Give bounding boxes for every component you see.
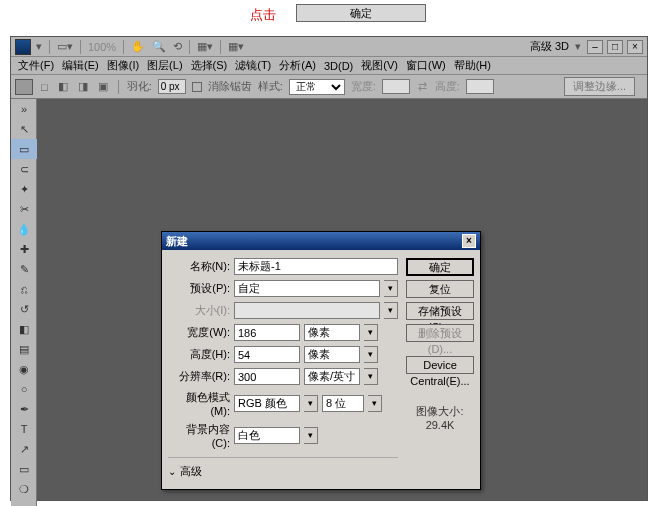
lasso-tool[interactable]: ⊂: [11, 159, 37, 179]
refine-edge-button: 调整边缘...: [564, 77, 635, 96]
device-central-button[interactable]: Device Central(E)...: [406, 356, 474, 374]
collapse-icon[interactable]: »: [11, 99, 37, 119]
height-input[interactable]: [234, 346, 300, 363]
menu-file[interactable]: 文件(F): [15, 58, 57, 73]
name-input[interactable]: [234, 258, 398, 275]
wand-tool[interactable]: ✦: [11, 179, 37, 199]
width-unit-drop-icon[interactable]: ▾: [364, 324, 378, 341]
width-input[interactable]: [234, 324, 300, 341]
marquee-mode-sub-icon[interactable]: ◨: [76, 80, 90, 93]
antialias-checkbox: [192, 82, 202, 92]
titlebar: ▾ ▭▾ 100% ✋ 🔍 ⟲ ▦▾ ▦▾ 高级 3D ▾ – □ ×: [11, 37, 647, 57]
eyedropper-tool[interactable]: 💧: [11, 219, 37, 239]
menu-select[interactable]: 选择(S): [188, 58, 231, 73]
menu-image[interactable]: 图像(I): [104, 58, 142, 73]
save-preset-button[interactable]: 存储预设(S)...: [406, 302, 474, 320]
menu-edit[interactable]: 编辑(E): [59, 58, 102, 73]
minimize-button[interactable]: –: [587, 40, 603, 54]
antialias-label: 消除锯齿: [208, 79, 252, 94]
gradient-tool[interactable]: ▤: [11, 339, 37, 359]
res-unit-drop-icon[interactable]: ▾: [364, 368, 378, 385]
opt-width-input: [382, 79, 410, 94]
options-bar: □ ◧ ◨ ▣ 羽化: 消除锯齿 样式: 正常 宽度: ⇄ 高度: 调整边缘..…: [11, 75, 647, 99]
dialog-title: 新建: [166, 234, 188, 249]
annotation-ok-button[interactable]: 确定: [296, 4, 426, 22]
dialog-titlebar[interactable]: 新建 ×: [162, 232, 480, 250]
maximize-button[interactable]: □: [607, 40, 623, 54]
bg-label: 背景内容(C):: [168, 422, 230, 449]
menu-filter[interactable]: 滤镜(T): [232, 58, 274, 73]
menu-analysis[interactable]: 分析(A): [276, 58, 319, 73]
heal-tool[interactable]: ✚: [11, 239, 37, 259]
depth-select[interactable]: [322, 395, 364, 412]
type-tool[interactable]: T: [11, 419, 37, 439]
menubar: 文件(F) 编辑(E) 图像(I) 图层(L) 选择(S) 滤镜(T) 分析(A…: [11, 57, 647, 75]
tool-preset-icon[interactable]: [15, 79, 33, 95]
menu-view[interactable]: 视图(V): [358, 58, 401, 73]
mode-drop-icon[interactable]: ▾: [304, 395, 318, 412]
width-unit-select[interactable]: [304, 324, 360, 341]
close-button[interactable]: ×: [627, 40, 643, 54]
screen-mode-icon[interactable]: ▭▾: [55, 40, 75, 53]
shape-tool[interactable]: ▭: [11, 459, 37, 479]
mode-select[interactable]: [234, 395, 300, 412]
extras-icon[interactable]: ▦▾: [226, 40, 246, 53]
res-label: 分辨率(R):: [168, 369, 230, 384]
image-size-label: 图像大小:: [406, 404, 474, 419]
res-unit-select[interactable]: [304, 368, 360, 385]
app-window: ▾ ▭▾ 100% ✋ 🔍 ⟲ ▦▾ ▦▾ 高级 3D ▾ – □ × 文件(F…: [10, 36, 648, 501]
preset-label: 预设(P):: [168, 281, 230, 296]
rotate-icon[interactable]: ⟲: [171, 40, 184, 53]
stamp-tool[interactable]: ⎌: [11, 279, 37, 299]
menu-window[interactable]: 窗口(W): [403, 58, 449, 73]
3d-tool[interactable]: ❍: [11, 479, 37, 499]
size-drop-icon: ▾: [384, 302, 398, 319]
path-tool[interactable]: ↗: [11, 439, 37, 459]
zoom-level[interactable]: 100%: [86, 41, 118, 53]
zoom-icon[interactable]: 🔍: [150, 40, 168, 53]
size-select: [234, 302, 380, 319]
depth-drop-icon[interactable]: ▾: [368, 395, 382, 412]
height-unit-select[interactable]: [304, 346, 360, 363]
preset-select[interactable]: [234, 280, 380, 297]
eraser-tool[interactable]: ◧: [11, 319, 37, 339]
brush-tool[interactable]: ✎: [11, 259, 37, 279]
marquee-tool[interactable]: ▭: [11, 139, 37, 159]
cancel-button[interactable]: 复位: [406, 280, 474, 298]
res-input[interactable]: [234, 368, 300, 385]
crop-tool[interactable]: ✂: [11, 199, 37, 219]
preset-drop-icon[interactable]: ▾: [384, 280, 398, 297]
ok-button[interactable]: 确定: [406, 258, 474, 276]
annotation-label: 点击: [250, 6, 276, 24]
history-icon[interactable]: ▾: [34, 40, 44, 53]
height-label: 高度(H):: [168, 347, 230, 362]
dodge-tool[interactable]: ○: [11, 379, 37, 399]
menu-help[interactable]: 帮助(H): [451, 58, 494, 73]
feather-input[interactable]: [158, 79, 186, 94]
opt-width-label: 宽度:: [351, 79, 376, 94]
pen-tool[interactable]: ✒: [11, 399, 37, 419]
marquee-mode-int-icon[interactable]: ▣: [96, 80, 110, 93]
move-tool[interactable]: ↖: [11, 119, 37, 139]
name-label: 名称(N):: [168, 259, 230, 274]
image-size-value: 29.4K: [406, 419, 474, 431]
arrange-icon[interactable]: ▦▾: [195, 40, 215, 53]
advanced-toggle[interactable]: ⌄ 高级: [168, 457, 398, 479]
hand-icon[interactable]: ✋: [129, 40, 147, 53]
marquee-mode-add-icon[interactable]: ◧: [56, 80, 70, 93]
menu-3d[interactable]: 3D(D): [321, 60, 356, 72]
blur-tool[interactable]: ◉: [11, 359, 37, 379]
style-select[interactable]: 正常: [289, 79, 345, 95]
history-brush-tool[interactable]: ↺: [11, 299, 37, 319]
dialog-close-button[interactable]: ×: [462, 234, 476, 248]
bg-select[interactable]: [234, 427, 300, 444]
height-unit-drop-icon[interactable]: ▾: [364, 346, 378, 363]
workspace-label[interactable]: 高级 3D: [530, 39, 569, 54]
new-dialog: 新建 × 名称(N): 预设(P): ▾ 大小(I): ▾ 宽度(W):: [161, 231, 481, 490]
feather-label: 羽化:: [127, 79, 152, 94]
bg-drop-icon[interactable]: ▾: [304, 427, 318, 444]
size-label: 大小(I):: [168, 303, 230, 318]
3d-cam-tool[interactable]: ⌂: [11, 499, 37, 506]
menu-layer[interactable]: 图层(L): [144, 58, 185, 73]
marquee-mode-icon[interactable]: □: [39, 81, 50, 93]
